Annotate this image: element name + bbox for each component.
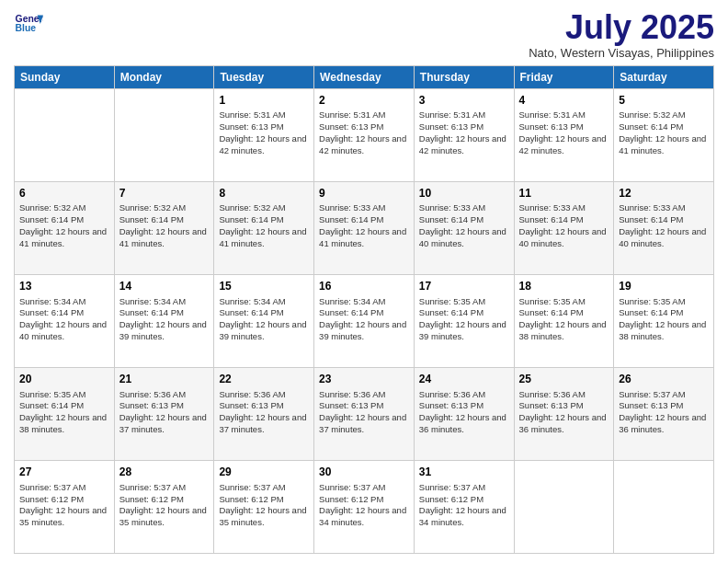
day-info: Sunrise: 5:31 AMSunset: 6:13 PMDaylight:… bbox=[219, 109, 309, 156]
calendar-cell: 23Sunrise: 5:36 AMSunset: 6:13 PMDayligh… bbox=[314, 367, 415, 460]
day-number: 7 bbox=[119, 186, 210, 201]
calendar-cell: 17Sunrise: 5:35 AMSunset: 6:14 PMDayligh… bbox=[414, 274, 514, 367]
calendar-cell: 3Sunrise: 5:31 AMSunset: 6:13 PMDaylight… bbox=[414, 88, 514, 181]
day-info: Sunrise: 5:34 AMSunset: 6:14 PMDaylight:… bbox=[119, 296, 210, 343]
calendar-cell: 27Sunrise: 5:37 AMSunset: 6:12 PMDayligh… bbox=[15, 460, 115, 553]
day-info: Sunrise: 5:33 AMSunset: 6:14 PMDaylight:… bbox=[319, 202, 409, 249]
weekday-header-row: SundayMondayTuesdayWednesdayThursdayFrid… bbox=[15, 65, 714, 88]
day-info: Sunrise: 5:34 AMSunset: 6:14 PMDaylight:… bbox=[319, 296, 409, 343]
calendar-cell: 10Sunrise: 5:33 AMSunset: 6:14 PMDayligh… bbox=[414, 181, 514, 274]
calendar-cell: 28Sunrise: 5:37 AMSunset: 6:12 PMDayligh… bbox=[114, 460, 214, 553]
weekday-header-saturday: Saturday bbox=[614, 65, 714, 88]
calendar-cell: 16Sunrise: 5:34 AMSunset: 6:14 PMDayligh… bbox=[314, 274, 415, 367]
day-info: Sunrise: 5:35 AMSunset: 6:14 PMDaylight:… bbox=[619, 296, 709, 343]
day-info: Sunrise: 5:34 AMSunset: 6:14 PMDaylight:… bbox=[219, 296, 309, 343]
calendar-cell bbox=[114, 88, 214, 181]
weekday-header-tuesday: Tuesday bbox=[214, 65, 314, 88]
day-info: Sunrise: 5:31 AMSunset: 6:13 PMDaylight:… bbox=[419, 109, 509, 156]
header: General Blue General Blue July 2025 Nato… bbox=[14, 9, 714, 60]
calendar-cell bbox=[614, 460, 714, 553]
day-number: 10 bbox=[419, 186, 509, 201]
week-row-3: 13Sunrise: 5:34 AMSunset: 6:14 PMDayligh… bbox=[15, 274, 714, 367]
day-number: 15 bbox=[219, 279, 309, 294]
day-info: Sunrise: 5:35 AMSunset: 6:14 PMDaylight:… bbox=[419, 296, 509, 343]
calendar-cell: 30Sunrise: 5:37 AMSunset: 6:12 PMDayligh… bbox=[314, 460, 415, 553]
calendar-cell bbox=[15, 88, 115, 181]
day-info: Sunrise: 5:32 AMSunset: 6:14 PMDaylight:… bbox=[619, 109, 709, 156]
day-number: 20 bbox=[19, 372, 109, 387]
calendar-cell: 12Sunrise: 5:33 AMSunset: 6:14 PMDayligh… bbox=[614, 181, 714, 274]
day-number: 21 bbox=[119, 372, 210, 387]
day-number: 28 bbox=[119, 465, 210, 480]
day-number: 26 bbox=[619, 372, 709, 387]
day-number: 31 bbox=[419, 465, 509, 480]
day-number: 9 bbox=[319, 186, 409, 201]
day-number: 13 bbox=[19, 279, 109, 294]
day-number: 27 bbox=[19, 465, 109, 480]
day-number: 17 bbox=[419, 279, 509, 294]
day-number: 6 bbox=[19, 186, 109, 201]
day-info: Sunrise: 5:37 AMSunset: 6:12 PMDaylight:… bbox=[419, 482, 509, 529]
day-info: Sunrise: 5:34 AMSunset: 6:14 PMDaylight:… bbox=[19, 296, 109, 343]
day-number: 23 bbox=[319, 372, 409, 387]
calendar-cell: 9Sunrise: 5:33 AMSunset: 6:14 PMDaylight… bbox=[314, 181, 415, 274]
calendar-cell: 25Sunrise: 5:36 AMSunset: 6:13 PMDayligh… bbox=[514, 367, 614, 460]
calendar-cell: 31Sunrise: 5:37 AMSunset: 6:12 PMDayligh… bbox=[414, 460, 514, 553]
day-info: Sunrise: 5:31 AMSunset: 6:13 PMDaylight:… bbox=[519, 109, 609, 156]
day-info: Sunrise: 5:37 AMSunset: 6:13 PMDaylight:… bbox=[619, 389, 709, 436]
calendar-cell: 18Sunrise: 5:35 AMSunset: 6:14 PMDayligh… bbox=[514, 274, 614, 367]
calendar: SundayMondayTuesdayWednesdayThursdayFrid… bbox=[14, 65, 714, 554]
subtitle: Nato, Western Visayas, Philippines bbox=[529, 46, 714, 60]
calendar-cell: 7Sunrise: 5:32 AMSunset: 6:14 PMDaylight… bbox=[114, 181, 214, 274]
svg-text:Blue: Blue bbox=[16, 23, 37, 33]
week-row-1: 1Sunrise: 5:31 AMSunset: 6:13 PMDaylight… bbox=[15, 88, 714, 181]
logo: General Blue General Blue bbox=[14, 9, 43, 39]
calendar-cell bbox=[514, 460, 614, 553]
day-info: Sunrise: 5:36 AMSunset: 6:13 PMDaylight:… bbox=[319, 389, 409, 436]
day-number: 19 bbox=[619, 279, 709, 294]
calendar-cell: 22Sunrise: 5:36 AMSunset: 6:13 PMDayligh… bbox=[214, 367, 314, 460]
day-info: Sunrise: 5:31 AMSunset: 6:13 PMDaylight:… bbox=[319, 109, 409, 156]
day-info: Sunrise: 5:37 AMSunset: 6:12 PMDaylight:… bbox=[19, 482, 109, 529]
weekday-header-thursday: Thursday bbox=[414, 65, 514, 88]
calendar-cell: 5Sunrise: 5:32 AMSunset: 6:14 PMDaylight… bbox=[614, 88, 714, 181]
day-info: Sunrise: 5:36 AMSunset: 6:13 PMDaylight:… bbox=[519, 389, 609, 436]
day-number: 2 bbox=[319, 93, 409, 109]
day-number: 18 bbox=[519, 279, 609, 294]
page: General Blue General Blue July 2025 Nato… bbox=[0, 0, 728, 563]
day-info: Sunrise: 5:33 AMSunset: 6:14 PMDaylight:… bbox=[419, 202, 509, 249]
day-number: 5 bbox=[619, 93, 709, 109]
calendar-cell: 14Sunrise: 5:34 AMSunset: 6:14 PMDayligh… bbox=[114, 274, 214, 367]
day-number: 14 bbox=[119, 279, 210, 294]
calendar-cell: 26Sunrise: 5:37 AMSunset: 6:13 PMDayligh… bbox=[614, 367, 714, 460]
calendar-cell: 20Sunrise: 5:35 AMSunset: 6:14 PMDayligh… bbox=[15, 367, 115, 460]
day-number: 4 bbox=[519, 93, 609, 109]
calendar-cell: 24Sunrise: 5:36 AMSunset: 6:13 PMDayligh… bbox=[414, 367, 514, 460]
main-title: July 2025 bbox=[529, 9, 714, 46]
day-number: 12 bbox=[619, 186, 709, 201]
calendar-cell: 6Sunrise: 5:32 AMSunset: 6:14 PMDaylight… bbox=[15, 181, 115, 274]
calendar-cell: 15Sunrise: 5:34 AMSunset: 6:14 PMDayligh… bbox=[214, 274, 314, 367]
week-row-2: 6Sunrise: 5:32 AMSunset: 6:14 PMDaylight… bbox=[15, 181, 714, 274]
weekday-header-monday: Monday bbox=[114, 65, 214, 88]
day-number: 29 bbox=[219, 465, 309, 480]
calendar-cell: 19Sunrise: 5:35 AMSunset: 6:14 PMDayligh… bbox=[614, 274, 714, 367]
calendar-cell: 21Sunrise: 5:36 AMSunset: 6:13 PMDayligh… bbox=[114, 367, 214, 460]
weekday-header-sunday: Sunday bbox=[15, 65, 115, 88]
day-number: 30 bbox=[319, 465, 409, 480]
calendar-cell: 1Sunrise: 5:31 AMSunset: 6:13 PMDaylight… bbox=[214, 88, 314, 181]
day-info: Sunrise: 5:32 AMSunset: 6:14 PMDaylight:… bbox=[119, 202, 210, 249]
day-number: 25 bbox=[519, 372, 609, 387]
day-info: Sunrise: 5:36 AMSunset: 6:13 PMDaylight:… bbox=[419, 389, 509, 436]
calendar-cell: 4Sunrise: 5:31 AMSunset: 6:13 PMDaylight… bbox=[514, 88, 614, 181]
weekday-header-wednesday: Wednesday bbox=[314, 65, 415, 88]
day-info: Sunrise: 5:33 AMSunset: 6:14 PMDaylight:… bbox=[619, 202, 709, 249]
calendar-cell: 29Sunrise: 5:37 AMSunset: 6:12 PMDayligh… bbox=[214, 460, 314, 553]
day-info: Sunrise: 5:37 AMSunset: 6:12 PMDaylight:… bbox=[319, 482, 409, 529]
calendar-cell: 2Sunrise: 5:31 AMSunset: 6:13 PMDaylight… bbox=[314, 88, 415, 181]
day-info: Sunrise: 5:32 AMSunset: 6:14 PMDaylight:… bbox=[19, 202, 109, 249]
day-info: Sunrise: 5:36 AMSunset: 6:13 PMDaylight:… bbox=[219, 389, 309, 436]
general-blue-logo-icon: General Blue bbox=[14, 9, 43, 39]
weekday-header-friday: Friday bbox=[514, 65, 614, 88]
day-info: Sunrise: 5:36 AMSunset: 6:13 PMDaylight:… bbox=[119, 389, 210, 436]
